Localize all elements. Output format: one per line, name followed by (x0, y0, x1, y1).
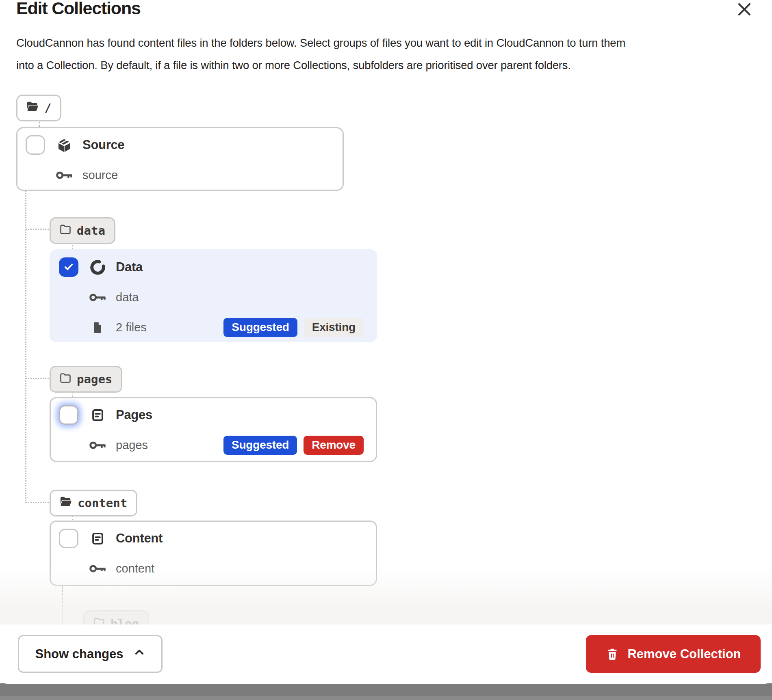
key-icon (88, 562, 107, 576)
folder-open-icon (26, 101, 39, 115)
package-icon (55, 138, 74, 153)
collection-card-pages: Pages pages Suggested Remove (50, 397, 377, 462)
dialog-description: CloudCannon has found content files in t… (16, 32, 634, 76)
data-checkbox[interactable] (59, 257, 78, 277)
collection-card-data: Data data 2 files (50, 249, 377, 342)
check-icon (63, 261, 75, 274)
folder-chip-label: content (78, 496, 127, 510)
close-button[interactable] (734, 0, 755, 20)
file-icon (88, 321, 107, 334)
collection-card-content: Content content (50, 521, 377, 586)
collection-title: Content (116, 531, 163, 546)
tree-connector-stub (72, 392, 73, 397)
collection-key: pages (116, 439, 148, 452)
note-icon (88, 408, 107, 422)
tree-connector-branch (26, 229, 49, 230)
remove-collection-button[interactable]: Remove Collection (586, 635, 761, 673)
edit-collections-dialog: Edit Collections CloudCannon has found c… (0, 0, 772, 700)
folder-chip-label: pages (77, 372, 112, 386)
collection-key: source (82, 169, 118, 182)
collection-title: Pages (116, 408, 152, 422)
key-icon (88, 290, 107, 305)
close-icon (736, 1, 752, 19)
source-checkbox[interactable] (26, 135, 45, 155)
note-icon (88, 531, 107, 546)
tree-connector-branch (26, 378, 49, 379)
pages-checkbox[interactable] (59, 405, 78, 425)
folder-chip-content[interactable]: content (50, 490, 137, 516)
tree-connector-vertical (25, 191, 26, 503)
suggested-badge: Suggested (223, 318, 297, 337)
folder-open-icon (60, 496, 72, 510)
folder-chip-label: data (77, 224, 105, 238)
page-title: Edit Collections (16, 0, 141, 18)
remove-collection-label: Remove Collection (627, 647, 741, 661)
show-changes-label: Show changes (35, 647, 123, 661)
folder-chip-label: / (44, 101, 51, 115)
chevron-up-icon (133, 646, 145, 662)
folder-chip-data[interactable]: data (50, 217, 115, 244)
dialog-footer: Show changes Remove Collection (0, 624, 772, 684)
key-icon (88, 438, 107, 452)
folder-icon (60, 372, 71, 386)
folder-chip-root[interactable]: / (16, 95, 61, 121)
collection-title: Source (82, 138, 124, 152)
show-changes-button[interactable]: Show changes (18, 635, 163, 673)
content-checkbox[interactable] (59, 529, 78, 548)
donut-chart-icon (88, 259, 107, 276)
collection-key: data (116, 291, 139, 304)
suggested-badge: Suggested (223, 436, 297, 455)
trash-icon (605, 647, 619, 661)
tree-connector-branch (26, 502, 49, 503)
collection-title: Data (116, 260, 143, 274)
collection-card-source: Source source (16, 127, 344, 191)
existing-badge: Existing (304, 318, 364, 337)
collection-file-count: 2 files (116, 321, 147, 334)
folder-chip-pages[interactable]: pages (50, 366, 122, 393)
folder-icon (60, 224, 71, 238)
remove-badge[interactable]: Remove (304, 436, 364, 455)
tree-connector-stub (72, 516, 73, 520)
collection-key: content (116, 562, 154, 575)
tree-connector-vertical-level2 (62, 586, 63, 624)
key-icon (55, 168, 74, 182)
tree-connector-stub (39, 122, 40, 127)
backdrop-bottom-bar (0, 683, 772, 700)
